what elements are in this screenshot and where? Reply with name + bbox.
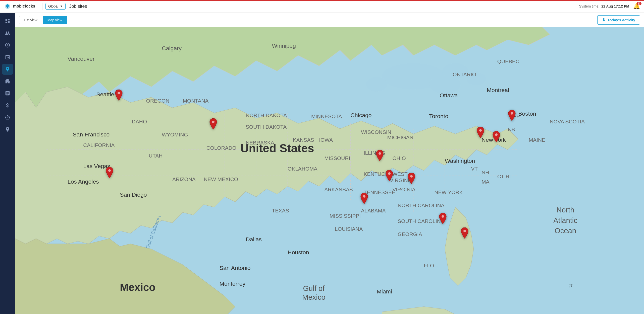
sidebar-item-pay[interactable] xyxy=(2,100,13,111)
map-pin-washington-dc-1[interactable] xyxy=(476,127,485,139)
svg-text:MICHIGAN: MICHIGAN xyxy=(387,134,413,140)
map-pin-seattle[interactable] xyxy=(114,90,123,102)
map-pin-mississippi[interactable] xyxy=(360,193,369,205)
today-activity-button[interactable]: ⬇ Today's activity xyxy=(597,15,640,25)
svg-text:WEST: WEST xyxy=(392,171,408,177)
sub-header: List view Map view ⬇ Today's activity xyxy=(15,13,644,27)
map-pin-tennessee-1[interactable] xyxy=(385,170,394,182)
svg-point-105 xyxy=(410,175,413,178)
svg-text:MISSOURI: MISSOURI xyxy=(324,155,350,161)
svg-point-100 xyxy=(118,92,120,94)
sidebar-item-jobsites[interactable] xyxy=(2,64,13,75)
sidebar-item-calendar[interactable] xyxy=(2,52,13,63)
svg-text:Boston: Boston xyxy=(518,110,536,117)
map-pin-wyoming[interactable] xyxy=(209,118,218,130)
logo-icon xyxy=(4,3,11,10)
svg-text:Houston: Houston xyxy=(288,249,309,256)
svg-text:Los Angeles: Los Angeles xyxy=(68,178,99,185)
logo-text: mobiclocks xyxy=(13,4,35,9)
svg-point-102 xyxy=(108,169,111,172)
svg-text:MISSISSIPPI: MISSISSIPPI xyxy=(330,213,361,219)
map-pin-florida-1[interactable] xyxy=(438,213,447,225)
svg-point-110 xyxy=(442,215,444,218)
svg-text:WYOMING: WYOMING xyxy=(162,132,188,137)
svg-text:ALABAMA: ALABAMA xyxy=(361,208,386,213)
svg-text:GEORGIA: GEORGIA xyxy=(398,231,422,237)
svg-text:Chicago: Chicago xyxy=(350,112,371,118)
svg-text:COLORADO: COLORADO xyxy=(206,145,236,151)
today-activity-label: Today's activity xyxy=(607,18,635,22)
header-divider xyxy=(42,3,42,10)
main-layout: List view Map view ⬇ Today's activity xyxy=(0,13,644,314)
svg-text:NOVA SCOTIA: NOVA SCOTIA xyxy=(550,119,585,124)
global-select-dropdown[interactable]: Global ▼ xyxy=(45,3,66,10)
svg-point-104 xyxy=(388,172,391,175)
svg-text:FLO...: FLO... xyxy=(424,263,439,268)
svg-text:Dallas: Dallas xyxy=(246,236,262,243)
svg-text:ARKANSAS: ARKANSAS xyxy=(324,187,353,192)
svg-text:San Antonio: San Antonio xyxy=(220,265,251,271)
sidebar-item-location[interactable] xyxy=(2,124,13,135)
logo-area: mobiclocks xyxy=(4,3,35,10)
svg-text:Monterrey: Monterrey xyxy=(220,280,246,287)
system-time-value: 22 Aug 17:12 PM xyxy=(601,4,629,8)
svg-text:San Francisco: San Francisco xyxy=(73,131,110,138)
map-pin-kentucky[interactable] xyxy=(375,150,384,162)
red-accent-bar xyxy=(0,0,644,1)
sidebar-item-clock[interactable] xyxy=(2,40,13,51)
svg-point-103 xyxy=(379,152,381,155)
svg-text:CALIFORNIA: CALIFORNIA xyxy=(83,142,115,148)
svg-point-108 xyxy=(495,133,498,136)
svg-text:MONTANA: MONTANA xyxy=(183,98,209,104)
sidebar-item-dashboard[interactable] xyxy=(2,16,13,27)
svg-text:UTAH: UTAH xyxy=(149,153,163,159)
svg-text:ARIZONA: ARIZONA xyxy=(172,176,196,182)
svg-text:MINNESOTA: MINNESOTA xyxy=(311,113,342,119)
svg-text:OHIO: OHIO xyxy=(392,155,406,161)
svg-text:North: North xyxy=(556,206,574,214)
list-view-button[interactable]: List view xyxy=(19,16,42,24)
svg-text:NH: NH xyxy=(481,170,489,175)
svg-text:Toronto: Toronto xyxy=(429,113,448,119)
map-pin-tennessee-2[interactable] xyxy=(407,173,416,185)
cursor-indicator: ☞ xyxy=(568,282,574,289)
notification-button[interactable]: 🔔 13 xyxy=(633,3,640,10)
svg-text:OKLAHOMA: OKLAHOMA xyxy=(288,166,317,172)
svg-text:Ocean: Ocean xyxy=(555,227,576,235)
svg-text:NEW YORK: NEW YORK xyxy=(434,189,463,195)
download-icon: ⬇ xyxy=(602,18,605,22)
svg-text:Gulf of: Gulf of xyxy=(303,284,325,292)
notification-badge: 13 xyxy=(637,2,641,5)
svg-point-107 xyxy=(479,129,482,132)
page-title: Job sites xyxy=(69,4,87,9)
sidebar-item-people[interactable] xyxy=(2,28,13,39)
svg-text:IDAHO: IDAHO xyxy=(130,119,147,124)
sidebar-item-building[interactable] xyxy=(2,76,13,87)
view-toggle: List view Map view xyxy=(19,16,67,24)
svg-text:Atlantic: Atlantic xyxy=(553,216,577,224)
map-pin-florida-2[interactable] xyxy=(460,227,469,240)
map-pin-new-york[interactable] xyxy=(507,110,516,122)
svg-text:MA: MA xyxy=(481,179,489,185)
svg-text:LOUISIANA: LOUISIANA xyxy=(335,226,363,232)
top-header: mobiclocks Global ▼ Job sites System tim… xyxy=(0,0,644,13)
svg-text:Winnipeg: Winnipeg xyxy=(272,42,296,49)
svg-text:Miami: Miami xyxy=(377,288,392,295)
sidebar-item-users-pay[interactable] xyxy=(2,112,13,123)
svg-point-109 xyxy=(511,112,513,115)
svg-point-3 xyxy=(366,77,387,91)
svg-text:NB: NB xyxy=(508,127,515,132)
sidebar-item-reports[interactable] xyxy=(2,88,13,99)
content-area: List view Map view ⬇ Today's activity xyxy=(15,13,644,314)
svg-text:SOUTH CAROLINA: SOUTH CAROLINA xyxy=(398,218,444,224)
svg-text:Ottawa: Ottawa xyxy=(440,92,458,99)
map-pin-los-angeles[interactable] xyxy=(105,167,114,179)
map-view-button[interactable]: Map view xyxy=(43,16,67,24)
svg-text:TEXAS: TEXAS xyxy=(272,208,289,213)
svg-text:OREGON: OREGON xyxy=(146,98,170,104)
svg-text:Montreal: Montreal xyxy=(487,87,509,93)
svg-text:VIRGINIA: VIRGINIA xyxy=(392,187,415,192)
svg-text:NEBRASKA: NEBRASKA xyxy=(246,140,274,145)
svg-text:WISCONSIN: WISCONSIN xyxy=(361,129,391,135)
map-pin-washington-dc-2[interactable] xyxy=(492,131,501,143)
